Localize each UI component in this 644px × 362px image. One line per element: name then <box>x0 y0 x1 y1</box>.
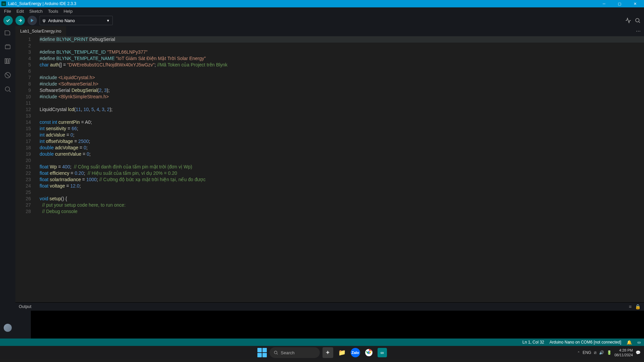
svg-point-2 <box>636 18 639 22</box>
board-name: Arduino Nano <box>48 18 75 23</box>
verify-button[interactable] <box>3 16 13 25</box>
cursor-position[interactable]: Ln 1, Col 32 <box>523 340 544 345</box>
time: 4:28 PM <box>614 348 633 353</box>
activity-bar <box>0 26 15 339</box>
svg-point-13 <box>5 87 10 91</box>
output-panel: Output ≡ 🔒 <box>15 302 644 339</box>
window-titlebar: ∞ Lab1_SolarEnergy | Arduino IDE 2.3.3 ─… <box>0 0 644 7</box>
language-indicator[interactable]: ENG <box>583 350 591 355</box>
taskbar-explorer-icon[interactable]: 📁 <box>336 347 348 359</box>
boards-manager-icon[interactable] <box>4 43 12 51</box>
svg-rect-10 <box>8 58 10 63</box>
library-manager-icon[interactable] <box>4 57 12 65</box>
sketchbook-icon[interactable] <box>4 29 12 37</box>
dropdown-arrow-icon: ▼ <box>106 19 110 22</box>
serial-plotter-button[interactable] <box>625 17 631 23</box>
board-port-status[interactable]: Arduino Nano on COM6 [not connected] <box>550 340 621 345</box>
tray-chevron-icon[interactable]: ⌃ <box>577 351 580 355</box>
tab-overflow-button[interactable]: ⋯ <box>636 29 641 34</box>
svg-rect-9 <box>7 59 8 64</box>
status-bar: Ln 1, Col 32 Arduino Nano on COM6 [not c… <box>0 339 644 346</box>
close-panel-icon[interactable]: ▭ <box>637 340 641 345</box>
date: 08/11/2024 <box>614 353 633 357</box>
taskbar-search[interactable]: Search <box>269 347 320 358</box>
menu-sketch[interactable]: Sketch <box>27 8 45 14</box>
line-numbers: 1234567891011121314151617181920212223242… <box>15 36 36 302</box>
svg-line-12 <box>6 73 10 77</box>
svg-line-14 <box>9 91 11 92</box>
minimize-button[interactable]: ─ <box>596 0 612 7</box>
system-tray: ⌃ ENG ⎚ 🔊 🔋 4:28 PM 08/11/2024 💬 <box>577 348 641 357</box>
notification-center-icon[interactable]: 💬 <box>636 350 641 355</box>
search-icon[interactable] <box>4 85 12 93</box>
volume-icon[interactable]: 🔊 <box>599 350 604 355</box>
output-options-icon[interactable]: ≡ <box>629 304 632 309</box>
check-icon <box>6 18 10 23</box>
pulse-icon <box>625 17 631 23</box>
toolbar: ψ Arduino Nano ▼ <box>0 15 644 26</box>
svg-point-15 <box>274 351 277 354</box>
menu-file[interactable]: File <box>1 8 14 14</box>
output-lock-icon[interactable]: 🔒 <box>635 304 641 309</box>
search-placeholder: Search <box>281 350 295 355</box>
svg-rect-8 <box>5 59 6 64</box>
menu-tools[interactable]: Tools <box>45 8 61 14</box>
menubar: File Edit Sketch Tools Help <box>0 7 644 15</box>
taskbar-zalo-icon[interactable]: Zalo <box>351 348 360 357</box>
start-button[interactable] <box>257 348 267 357</box>
arduino-app-icon: ∞ <box>1 1 6 6</box>
editor-tabs: Lab1_SolarEnergy.ino ⋯ <box>15 26 644 36</box>
notifications-icon[interactable]: 🔔 <box>627 340 632 345</box>
search-glass-icon <box>274 350 278 355</box>
windows-taskbar: Search ✦ 📁 Zalo ∞ ⌃ ENG ⎚ 🔊 🔋 4:28 PM 08… <box>0 346 644 359</box>
debug-icon[interactable] <box>4 71 12 79</box>
window-title: Lab1_SolarEnergy | Arduino IDE 2.3.3 <box>8 1 76 6</box>
usb-icon: ψ <box>43 18 46 23</box>
upload-button[interactable] <box>15 16 25 25</box>
output-label: Output <box>19 304 32 309</box>
file-tab[interactable]: Lab1_SolarEnergy.ino <box>15 26 66 36</box>
magnify-icon <box>635 17 641 23</box>
close-button[interactable]: ✕ <box>627 0 643 7</box>
user-avatar[interactable] <box>4 324 12 332</box>
board-selector[interactable]: ψ Arduino Nano ▼ <box>40 16 113 25</box>
svg-line-16 <box>277 354 277 354</box>
svg-rect-4 <box>5 45 10 49</box>
tab-label: Lab1_SolarEnergy.ino <box>20 29 61 34</box>
code-content[interactable]: #define BLYNK_PRINT DebugSerial #define … <box>36 36 644 302</box>
menu-edit[interactable]: Edit <box>14 8 27 14</box>
serial-monitor-button[interactable] <box>635 17 641 23</box>
battery-icon[interactable]: 🔋 <box>607 350 612 355</box>
network-icon[interactable]: ⎚ <box>594 350 596 355</box>
taskbar-chrome-icon[interactable] <box>363 347 375 359</box>
svg-line-3 <box>639 22 640 23</box>
arrow-right-icon <box>18 18 22 23</box>
maximize-button[interactable]: ▢ <box>612 0 627 7</box>
code-editor[interactable]: 1234567891011121314151617181920212223242… <box>15 36 644 302</box>
debug-button[interactable] <box>28 16 37 25</box>
clock[interactable]: 4:28 PM 08/11/2024 <box>614 348 633 357</box>
play-debug-icon <box>30 18 35 23</box>
output-console[interactable] <box>31 311 644 339</box>
taskbar-arduino-icon[interactable]: ∞ <box>378 348 387 357</box>
svg-marker-1 <box>31 19 34 22</box>
taskbar-app-1[interactable]: ✦ <box>323 347 333 358</box>
menu-help[interactable]: Help <box>61 8 75 14</box>
